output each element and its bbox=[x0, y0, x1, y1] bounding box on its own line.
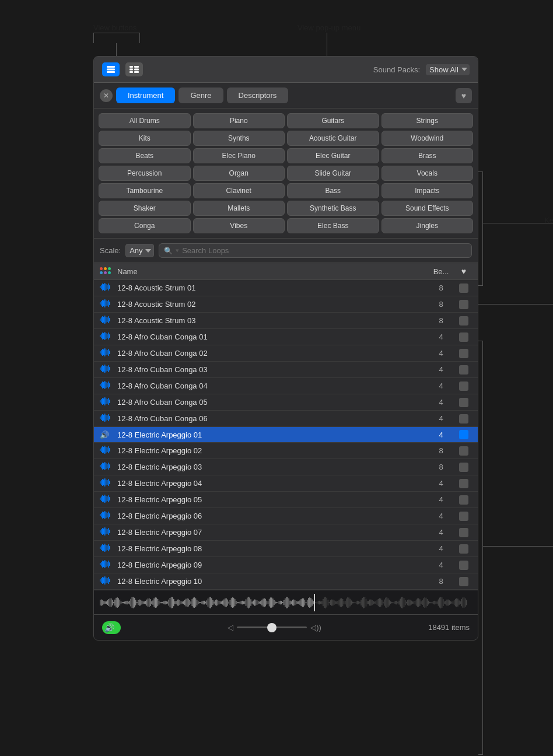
table-row[interactable]: 12-8 Afro Cuban Conga 014 bbox=[94, 329, 478, 345]
scale-select[interactable]: Any bbox=[125, 244, 154, 257]
keyword-button[interactable]: Jingles bbox=[382, 218, 474, 233]
row-favorite[interactable] bbox=[456, 398, 472, 407]
row-favorite[interactable] bbox=[456, 300, 472, 309]
table-row[interactable]: 12-8 Electric Arpeggio 094 bbox=[94, 557, 478, 573]
results-list[interactable]: 12-8 Acoustic Strum 01812-8 Acoustic Str… bbox=[94, 280, 478, 590]
table-row[interactable]: 12-8 Acoustic Strum 018 bbox=[94, 280, 478, 296]
row-favorite[interactable] bbox=[456, 577, 472, 586]
tab-descriptors[interactable]: Descriptors bbox=[227, 88, 289, 103]
keyword-button[interactable]: All Drums bbox=[99, 113, 191, 128]
favorite-checkbox[interactable] bbox=[459, 544, 468, 554]
keyword-button[interactable]: Vibes bbox=[193, 218, 285, 233]
keyword-button[interactable]: Guitars bbox=[287, 113, 379, 128]
view-button-single[interactable] bbox=[102, 62, 120, 76]
favorite-checkbox[interactable] bbox=[459, 528, 468, 537]
keyword-button[interactable]: Beats bbox=[99, 148, 191, 163]
keyword-button[interactable]: Impacts bbox=[382, 183, 474, 198]
row-favorite[interactable] bbox=[456, 430, 472, 439]
close-filter-button[interactable]: ✕ bbox=[100, 89, 113, 102]
keyword-button[interactable]: Elec Piano bbox=[193, 148, 285, 163]
keyword-button[interactable]: Mallets bbox=[193, 201, 285, 216]
keyword-button[interactable]: Synthetic Bass bbox=[287, 201, 379, 216]
row-favorite[interactable] bbox=[456, 479, 472, 488]
favorite-checkbox[interactable] bbox=[459, 446, 468, 456]
row-favorite[interactable] bbox=[456, 284, 472, 293]
table-row[interactable]: 12-8 Afro Cuban Conga 054 bbox=[94, 394, 478, 411]
keyword-button[interactable]: Acoustic Guitar bbox=[287, 131, 379, 146]
keyword-button[interactable]: Percussion bbox=[99, 166, 191, 181]
keyword-button[interactable]: Conga bbox=[99, 218, 191, 233]
favorite-checkbox[interactable] bbox=[459, 349, 468, 358]
row-favorite[interactable] bbox=[456, 365, 472, 374]
view-button-two-col[interactable] bbox=[125, 62, 143, 76]
favorite-checkbox[interactable] bbox=[459, 495, 468, 505]
keyword-button[interactable]: Kits bbox=[99, 131, 191, 146]
favorite-checkbox[interactable] bbox=[459, 382, 468, 391]
keyword-button[interactable]: Clavinet bbox=[193, 183, 285, 198]
row-favorite[interactable] bbox=[456, 463, 472, 472]
table-row[interactable]: 12-8 Afro Cuban Conga 034 bbox=[94, 362, 478, 378]
row-favorite[interactable] bbox=[456, 316, 472, 326]
table-row[interactable]: 12-8 Electric Arpeggio 044 bbox=[94, 475, 478, 492]
table-row[interactable]: 12-8 Electric Arpeggio 038 bbox=[94, 459, 478, 475]
favorite-checkbox[interactable] bbox=[459, 284, 468, 293]
table-row[interactable]: 12-8 Acoustic Strum 038 bbox=[94, 313, 478, 329]
keyword-button[interactable]: Organ bbox=[193, 166, 285, 181]
table-row[interactable]: 12-8 Electric Arpeggio 054 bbox=[94, 492, 478, 508]
favorite-checkbox[interactable] bbox=[459, 430, 468, 439]
table-row[interactable]: 12-8 Afro Cuban Conga 044 bbox=[94, 378, 478, 394]
keyword-button[interactable]: Strings bbox=[382, 113, 474, 128]
keyword-button[interactable]: Bass bbox=[287, 183, 379, 198]
keyword-button[interactable]: Sound Effects bbox=[382, 201, 474, 216]
tab-genre[interactable]: Genre bbox=[178, 88, 223, 103]
keyword-button[interactable]: Vocals bbox=[382, 166, 474, 181]
favorite-checkbox[interactable] bbox=[459, 479, 468, 488]
table-row[interactable]: 12-8 Afro Cuban Conga 064 bbox=[94, 411, 478, 427]
row-favorite[interactable] bbox=[456, 414, 472, 424]
keyword-button[interactable]: Piano bbox=[193, 113, 285, 128]
row-favorite[interactable] bbox=[456, 495, 472, 505]
row-favorite[interactable] bbox=[456, 512, 472, 521]
play-toggle-button[interactable]: 🔊 bbox=[102, 621, 121, 634]
favorite-checkbox[interactable] bbox=[459, 414, 468, 424]
favorite-checkbox[interactable] bbox=[459, 463, 468, 472]
row-favorite[interactable] bbox=[456, 332, 472, 342]
row-favorite[interactable] bbox=[456, 528, 472, 537]
keyword-button[interactable]: Shaker bbox=[99, 201, 191, 216]
keyword-button[interactable]: Elec Guitar bbox=[287, 148, 379, 163]
favorite-checkbox[interactable] bbox=[459, 561, 468, 570]
table-row[interactable]: 12-8 Electric Arpeggio 028 bbox=[94, 443, 478, 459]
search-input[interactable] bbox=[182, 246, 467, 255]
favorites-filter-button[interactable]: ♥ bbox=[456, 88, 472, 103]
volume-slider-track[interactable] bbox=[237, 626, 307, 628]
favorite-checkbox[interactable] bbox=[459, 577, 468, 586]
row-favorite[interactable] bbox=[456, 382, 472, 391]
row-favorite[interactable] bbox=[456, 349, 472, 358]
keyword-button[interactable]: Woodwind bbox=[382, 131, 474, 146]
keyword-button[interactable]: Synths bbox=[193, 131, 285, 146]
row-favorite[interactable] bbox=[456, 544, 472, 554]
keyword-button[interactable]: Slide Guitar bbox=[287, 166, 379, 181]
table-row[interactable]: 12-8 Electric Arpeggio 108 bbox=[94, 573, 478, 590]
table-row[interactable]: 12-8 Electric Arpeggio 064 bbox=[94, 508, 478, 524]
favorite-checkbox[interactable] bbox=[459, 512, 468, 521]
favorite-checkbox[interactable] bbox=[459, 365, 468, 374]
keyword-button[interactable]: Elec Bass bbox=[287, 218, 379, 233]
table-row[interactable]: 12-8 Electric Arpeggio 074 bbox=[94, 524, 478, 541]
table-row[interactable]: 12-8 Electric Arpeggio 084 bbox=[94, 541, 478, 557]
keyword-button[interactable]: Brass bbox=[382, 148, 474, 163]
favorite-checkbox[interactable] bbox=[459, 300, 468, 309]
favorite-checkbox[interactable] bbox=[459, 398, 468, 407]
row-favorite[interactable] bbox=[456, 561, 472, 570]
favorite-checkbox[interactable] bbox=[459, 316, 468, 326]
waveform-icon bbox=[100, 332, 110, 342]
row-favorite[interactable] bbox=[456, 446, 472, 456]
table-row[interactable]: 12-8 Acoustic Strum 028 bbox=[94, 296, 478, 313]
table-row[interactable]: 12-8 Afro Cuban Conga 024 bbox=[94, 345, 478, 362]
keyword-button[interactable]: Tambourine bbox=[99, 183, 191, 198]
sound-packs-select[interactable]: Show All bbox=[426, 64, 470, 75]
volume-slider-thumb[interactable] bbox=[267, 623, 276, 632]
table-row[interactable]: 🔊12-8 Electric Arpeggio 014 bbox=[94, 427, 478, 443]
tab-instrument[interactable]: Instrument bbox=[116, 88, 175, 103]
favorite-checkbox[interactable] bbox=[459, 332, 468, 342]
